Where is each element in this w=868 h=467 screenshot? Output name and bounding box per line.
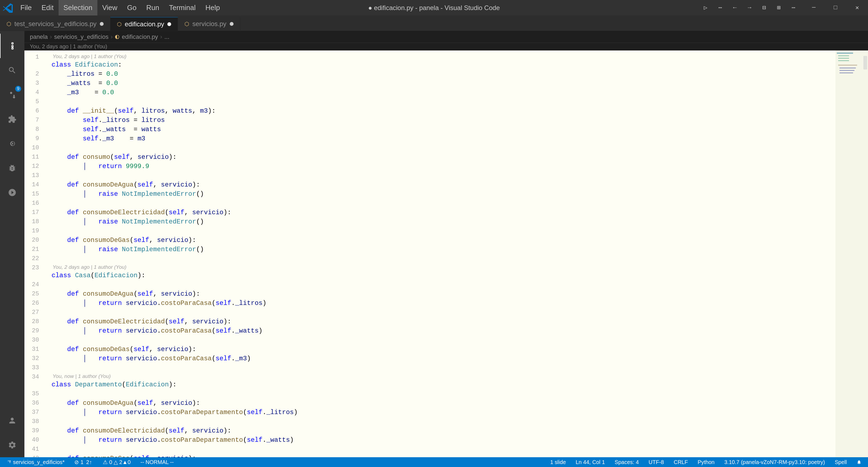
activity-explorer[interactable] — [0, 34, 24, 58]
code-line-21[interactable]: │ raise NotImplementedError() — [52, 245, 835, 254]
status-spaces[interactable]: Spaces: 4 — [613, 457, 641, 467]
code-line-42[interactable]: def consumoDeGas(self, servicio): — [52, 454, 835, 457]
status-slide[interactable]: 1 slide — [548, 457, 568, 467]
back-icon[interactable]: ← — [728, 1, 742, 14]
code-line-13[interactable] — [52, 171, 835, 180]
code-line-10[interactable] — [52, 143, 835, 153]
code-line-6[interactable]: def __init__(self, litros, watts, m3): — [52, 107, 835, 116]
code-line-24[interactable] — [52, 280, 835, 289]
activity-extensions[interactable] — [0, 107, 24, 132]
code-line-28[interactable]: def consumoDeElectricidad(self, servicio… — [52, 317, 835, 326]
menu-go[interactable]: Go — [122, 0, 142, 16]
status-line-ending[interactable]: CRLF — [672, 457, 690, 467]
status-notifications[interactable] — [855, 457, 864, 467]
status-spell[interactable]: Spell — [833, 457, 849, 467]
code-line-31[interactable]: def consumoDeGas(self, servicio): — [52, 345, 835, 354]
code-line-3[interactable]: _watts = 0.0 — [52, 79, 835, 88]
code-line-11[interactable]: def consumo(self, servicio): — [52, 153, 835, 162]
more-icon[interactable]: ⋯ — [786, 1, 800, 14]
menu-view[interactable]: View — [97, 0, 122, 16]
line-number-10: 10 — [24, 143, 43, 153]
line-number-8: 8 — [24, 125, 43, 134]
code-line-29[interactable]: │ return servicio.costoParaCasa(self._wa… — [52, 326, 835, 335]
activity-search[interactable] — [0, 58, 24, 83]
status-warnings[interactable]: ⚠ 0 △ 2▲0 — [101, 457, 133, 467]
activity-account[interactable] — [0, 408, 24, 433]
breadcrumb-panela[interactable]: panela — [30, 33, 48, 40]
status-mode: -- NORMAL -- — [138, 457, 176, 467]
code-line-30[interactable] — [52, 335, 835, 345]
code-line-35[interactable] — [52, 389, 835, 399]
code-line-41[interactable] — [52, 445, 835, 454]
breadcrumb-more[interactable]: ... — [164, 33, 169, 40]
code-content[interactable]: You, 2 days ago | 1 author (You)class Ed… — [49, 51, 835, 457]
code-line-26[interactable]: │ return servicio.costoParaCasa(self._li… — [52, 299, 835, 308]
line-number-36: 36 — [24, 399, 43, 408]
split-editor-icon[interactable]: ⊟ — [757, 1, 771, 14]
layout-icon[interactable]: ⊞ — [772, 1, 785, 14]
activity-source-control[interactable]: 9 — [0, 83, 24, 107]
debug-icon[interactable]: ⋯ — [713, 1, 727, 14]
code-line-7[interactable]: self._litros = litros — [52, 116, 835, 125]
code-line-14[interactable]: def consumoDeAgua(self, servicio): — [52, 180, 835, 189]
menu-edit[interactable]: Edit — [37, 0, 59, 16]
editor-scroll[interactable]: 1234567891011121314151617181920212223242… — [24, 51, 868, 457]
menu-help[interactable]: Help — [200, 0, 225, 16]
run-icon[interactable]: ▷ — [699, 1, 712, 14]
code-line-2[interactable]: _litros = 0.0 — [52, 69, 835, 79]
code-line-16[interactable] — [52, 199, 835, 208]
menu-selection[interactable]: Selection — [59, 0, 97, 16]
code-line-22[interactable] — [52, 254, 835, 263]
code-line-23[interactable]: class Casa(Edificacion): — [52, 271, 835, 280]
activity-debug[interactable] — [0, 156, 24, 180]
code-line-8[interactable]: self._watts = watts — [52, 125, 835, 134]
code-line-39[interactable]: def consumoDeElectricidad(self, servicio… — [52, 426, 835, 436]
code-line-17[interactable]: def consumoDeElectricidad(self, servicio… — [52, 208, 835, 217]
breadcrumb-file[interactable]: edificacion.py — [122, 33, 158, 40]
code-line-1[interactable]: class Edificacion: — [52, 60, 835, 69]
code-line-20[interactable]: def consumoDeGas(self, servicio): — [52, 236, 835, 245]
code-line-37[interactable]: │ return servicio.costoParaDepartamento(… — [52, 408, 835, 417]
code-line-36[interactable]: def consumoDeAgua(self, servicio): — [52, 399, 835, 408]
code-line-33[interactable] — [52, 363, 835, 373]
menu-file[interactable]: File — [16, 0, 37, 16]
scrollbar-track[interactable] — [863, 51, 868, 457]
code-line-12[interactable]: │ return 9999.9 — [52, 162, 835, 171]
tab-edificacion-label: edificacion.py — [125, 20, 164, 28]
restore-button[interactable]: □ — [825, 0, 846, 16]
breadcrumb-servicios[interactable]: servicios_y_edificios — [54, 33, 108, 40]
activity-remote[interactable] — [0, 180, 24, 205]
code-line-40[interactable]: │ return servicio.costoParaDepartamento(… — [52, 436, 835, 445]
code-line-34[interactable]: class Departamento(Edificacion): — [52, 380, 835, 389]
status-language[interactable]: Python — [695, 457, 717, 467]
tab-test-servicios[interactable]: ⬡ test_servicios_y_edificios.py — [0, 17, 111, 31]
tab-servicios[interactable]: ⬡ servicios.py — [178, 17, 240, 31]
menu-run[interactable]: Run — [141, 0, 164, 16]
forward-icon[interactable]: → — [743, 1, 756, 14]
activity-settings[interactable] — [0, 433, 24, 457]
code-line-15[interactable]: │ raise NotImplementedError() — [52, 189, 835, 199]
code-line-32[interactable]: │ return servicio.costoParaCasa(self._m3… — [52, 354, 835, 363]
menu-terminal[interactable]: Terminal — [164, 0, 200, 16]
window-title: ● edificacion.py - panela - Visual Studi… — [368, 4, 500, 12]
code-line-25[interactable]: def consumoDeAgua(self, servicio): — [52, 289, 835, 299]
status-version[interactable]: 3.10.7 (panela-vZoN7-RM-py3.10: poetry) — [722, 457, 827, 467]
status-encoding[interactable]: UTF-8 — [646, 457, 666, 467]
line-number-14: 14 — [24, 180, 43, 189]
status-cursor[interactable]: Ln 44, Col 1 — [574, 457, 607, 467]
code-line-18[interactable]: │ raise NotImplementedError() — [52, 217, 835, 227]
tab-edificacion[interactable]: ⬡ edificacion.py — [111, 17, 178, 31]
code-line-27[interactable] — [52, 308, 835, 317]
code-line-38[interactable] — [52, 417, 835, 426]
close-button[interactable]: ✕ — [846, 0, 868, 16]
code-line-19[interactable] — [52, 227, 835, 236]
minimize-button[interactable]: ─ — [803, 0, 825, 16]
status-errors-text: ⊘ 1 — [74, 459, 84, 465]
minimap[interactable] — [835, 51, 863, 457]
activity-test[interactable] — [0, 132, 24, 156]
status-branch[interactable]: servicios_y_edificios* — [4, 457, 67, 467]
code-line-9[interactable]: self._m3 = m3 — [52, 134, 835, 143]
code-line-5[interactable] — [52, 97, 835, 107]
code-line-4[interactable]: _m3 = 0.0 — [52, 88, 835, 97]
status-errors[interactable]: ⊘ 1 2↑ — [72, 457, 95, 467]
